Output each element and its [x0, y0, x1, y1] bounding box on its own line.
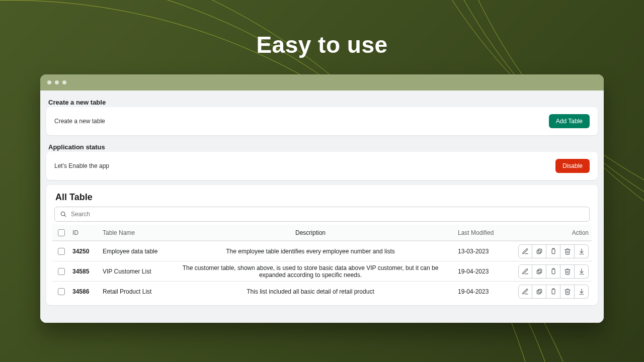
row-actions [508, 264, 589, 279]
table-header-row: ID Table Name Description Last Modified … [52, 225, 592, 241]
row-description: This list included all basic detail of r… [168, 288, 453, 295]
row-checkbox[interactable] [58, 248, 65, 255]
edit-icon[interactable] [518, 244, 532, 258]
row-last-modified: 13-03-2023 [458, 248, 503, 255]
status-card-text: Let's Enable the app [54, 162, 109, 169]
download-icon[interactable] [575, 264, 589, 279]
window-dot [47, 80, 51, 84]
row-id: 34586 [72, 288, 98, 295]
row-name: VIP Customer List [103, 268, 163, 275]
svg-rect-4 [552, 249, 555, 253]
svg-line-1 [64, 215, 66, 217]
row-id: 34585 [72, 268, 98, 275]
svg-rect-10 [552, 289, 555, 294]
table-row: 34586Retail Product ListThis list includ… [52, 281, 592, 301]
window-dot [55, 80, 59, 84]
row-checkbox[interactable] [58, 288, 65, 295]
copy-icon[interactable] [532, 244, 546, 258]
col-desc: Description [168, 229, 453, 236]
svg-rect-3 [537, 250, 540, 253]
row-last-modified: 19-04-2023 [458, 268, 503, 275]
clipboard-icon[interactable] [546, 285, 560, 299]
table-row: 34585VIP Customer ListThe customer table… [52, 261, 592, 281]
trash-icon[interactable] [560, 244, 575, 258]
row-checkbox[interactable] [58, 268, 65, 275]
row-actions [508, 244, 589, 258]
download-icon[interactable] [575, 244, 589, 258]
search-input[interactable] [71, 211, 584, 218]
download-icon[interactable] [575, 285, 589, 299]
svg-rect-8 [538, 289, 541, 293]
col-action: Action [508, 229, 589, 236]
svg-rect-2 [538, 249, 541, 252]
copy-icon[interactable] [532, 264, 546, 279]
clipboard-icon[interactable] [546, 264, 560, 279]
disable-button[interactable]: Disable [555, 159, 590, 173]
page-headline: Easy to use [0, 31, 644, 58]
all-tables-card: All Table ID Table Name Description Last… [46, 185, 598, 305]
window-dot [62, 80, 66, 84]
panel-area: Create a new table Create a new table Ad… [40, 90, 604, 323]
table-row: 34250Employee data tableThe employee tab… [52, 241, 592, 261]
copy-icon[interactable] [532, 285, 546, 299]
row-last-modified: 19-04-2023 [458, 288, 503, 295]
status-card: Let's Enable the app Disable [46, 152, 598, 180]
create-section-label: Create a new table [46, 96, 598, 107]
trash-icon[interactable] [560, 264, 575, 279]
col-name: Table Name [103, 229, 163, 236]
edit-icon[interactable] [518, 285, 532, 299]
create-card-text: Create a new table [54, 118, 105, 125]
col-date: Last Modified [458, 229, 503, 236]
svg-rect-6 [537, 270, 540, 274]
stage: Easy to use Create a new table Create a … [0, 0, 644, 362]
tables-list: ID Table Name Description Last Modified … [52, 225, 592, 301]
col-id: ID [72, 229, 98, 236]
add-table-button[interactable]: Add Table [549, 114, 590, 128]
svg-rect-7 [552, 269, 555, 274]
select-all-checkbox[interactable] [58, 229, 65, 236]
search-row[interactable] [54, 207, 590, 222]
all-tables-title: All Table [52, 192, 592, 207]
create-card: Create a new table Add Table [46, 107, 598, 135]
row-actions [508, 285, 589, 299]
row-name: Employee data table [103, 248, 163, 255]
edit-icon[interactable] [518, 264, 532, 279]
app-window: Create a new table Create a new table Ad… [40, 74, 604, 323]
window-chrome [40, 74, 604, 90]
search-icon [60, 211, 67, 218]
svg-rect-5 [538, 269, 541, 273]
trash-icon[interactable] [560, 285, 575, 299]
row-name: Retail Product List [103, 288, 163, 295]
svg-rect-9 [537, 290, 540, 294]
row-description: The employee table identifies every empl… [168, 248, 453, 255]
clipboard-icon[interactable] [546, 244, 560, 258]
row-id: 34250 [72, 248, 98, 255]
status-section-label: Application status [46, 140, 598, 152]
row-description: The customer table, shown above, is used… [168, 264, 453, 279]
